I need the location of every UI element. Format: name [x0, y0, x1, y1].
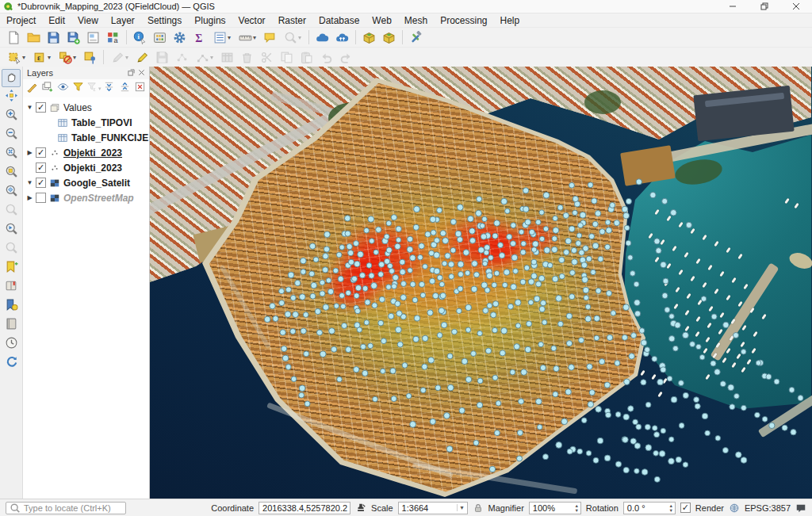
menu-processing[interactable]: Processing	[434, 13, 493, 27]
close-button[interactable]	[780, 0, 812, 13]
cloud-button[interactable]	[312, 29, 332, 47]
layer-visibility-checkbox[interactable]: ✓	[36, 162, 46, 173]
render-checkbox[interactable]: ✓	[680, 503, 691, 513]
close-panel-button[interactable]	[138, 68, 145, 78]
menu-layer[interactable]: Layer	[105, 13, 141, 27]
project-save-button[interactable]	[44, 29, 63, 47]
menu-project[interactable]: Project	[0, 13, 42, 27]
layer-visibility-checkbox[interactable]: ✓	[36, 102, 46, 113]
layout-manager-button[interactable]	[83, 29, 103, 47]
spinner-arrows-icon[interactable]: ▲▼	[574, 503, 578, 514]
layer-item-objekti_2023[interactable]: ✓Objekti_2023	[23, 160, 149, 175]
menu-web[interactable]: Web	[366, 13, 397, 27]
message-bubble-icon[interactable]	[795, 503, 806, 514]
chevron-right-icon[interactable]: ▶	[25, 149, 34, 156]
add-group-button[interactable]	[40, 81, 56, 96]
globe-icon[interactable]	[729, 503, 740, 514]
qfieldcloud-sync-button[interactable]	[332, 29, 352, 47]
menu-database[interactable]: Database	[312, 13, 366, 27]
extents-toggle-icon[interactable]	[355, 503, 366, 514]
point-feature	[686, 222, 691, 227]
brush-icon	[26, 81, 38, 96]
restore-button[interactable]	[749, 0, 780, 13]
point-feature	[527, 321, 532, 327]
coordinate-input[interactable]: 2016338.4,5257820.2	[259, 502, 350, 514]
map-canvas[interactable]	[150, 67, 812, 499]
select-by-location-button[interactable]	[80, 48, 100, 67]
select-features-button[interactable]	[4, 48, 29, 67]
zoom-to-selection-button[interactable]	[2, 164, 21, 182]
new-bookmark-button[interactable]	[2, 259, 21, 277]
temporal-controller-button[interactable]	[2, 335, 21, 354]
zoom-next-button[interactable]	[2, 221, 21, 239]
open-attribute-table-button[interactable]	[150, 29, 170, 47]
point-feature	[614, 220, 619, 226]
point-feature	[511, 284, 517, 290]
processing-toolbox-button[interactable]	[170, 29, 190, 47]
layer-visibility-checkbox[interactable]	[36, 193, 46, 203]
menu-edit[interactable]: Edit	[42, 13, 71, 27]
chevron-down-icon[interactable]: ▼	[25, 104, 34, 111]
zoom-in-button[interactable]	[2, 107, 21, 125]
select-by-expression-button[interactable]: ε	[29, 48, 55, 67]
menu-plugins[interactable]: Plugins	[188, 13, 232, 27]
lock-icon[interactable]	[473, 503, 484, 514]
install-plugin-button[interactable]	[379, 29, 399, 47]
statistical-summary-button[interactable]: Σ	[190, 29, 209, 47]
collapse-all-button[interactable]	[117, 81, 132, 96]
layer-item-table_tipovi[interactable]: Table_TIPOVI	[23, 115, 149, 130]
options-toolbox-button[interactable]	[406, 29, 426, 47]
show-bookmark-panel-button[interactable]	[2, 316, 21, 334]
crs-indicator[interactable]: EPSG:3857	[745, 503, 791, 513]
menu-mesh[interactable]: Mesh	[398, 13, 434, 27]
rotation-spinbox[interactable]: 0.0 °▲▼	[623, 502, 676, 514]
toggle-editing-button[interactable]	[132, 48, 152, 67]
layer-visibility-checkbox[interactable]: ✓	[36, 147, 46, 158]
layer-item-table_funkcije[interactable]: Table_FUNKCIJE	[23, 130, 149, 145]
open-layer-styling-button[interactable]	[25, 81, 40, 96]
layer-visibility-checkbox[interactable]: ✓	[36, 178, 46, 188]
style-manager-button[interactable]: a	[103, 29, 123, 47]
locator-search-input[interactable]: Type to locate (Ctrl+K)	[6, 502, 126, 514]
open-layer-list-button[interactable]	[209, 29, 235, 47]
menu-raster[interactable]: Raster	[272, 13, 312, 27]
pan-to-selection-button[interactable]	[2, 88, 21, 106]
scale-combobox[interactable]: 1:3664▾	[398, 502, 468, 514]
identify-features-button[interactable]: i	[130, 29, 150, 47]
deselect-features-button[interactable]	[55, 48, 80, 67]
magnifier-spinbox[interactable]: 100%▲▼	[529, 502, 581, 514]
pan-map-button[interactable]	[2, 69, 21, 87]
chevron-right-icon[interactable]: ▶	[25, 194, 34, 201]
minimize-button[interactable]	[717, 0, 749, 13]
chevron-down-icon[interactable]: ▼	[25, 179, 34, 186]
bookmark-manager-button[interactable]	[2, 297, 21, 315]
float-panel-button[interactable]	[128, 68, 135, 78]
point-feature	[323, 254, 328, 259]
menu-settings[interactable]: Settings	[141, 13, 188, 27]
layer-item-objekti_2023[interactable]: ▶✓Objekti_2023	[23, 145, 149, 160]
manage-plugins-button[interactable]	[359, 29, 379, 47]
project-new-button[interactable]	[4, 29, 24, 47]
spinner-arrows-icon[interactable]: ▲▼	[668, 503, 672, 514]
layer-item-google_satelit[interactable]: ▼✓Google_Satelit	[23, 175, 149, 190]
menu-help[interactable]: Help	[494, 13, 527, 27]
point-feature	[539, 236, 544, 241]
zoom-out-button[interactable]	[2, 126, 21, 144]
manage-map-themes-button[interactable]	[56, 81, 71, 96]
point-feature	[291, 376, 297, 382]
layer-item-openstreetmap[interactable]: ▶OpenStreetMap	[23, 190, 149, 205]
measure-button[interactable]	[235, 29, 260, 47]
zoom-full-button[interactable]	[2, 145, 21, 163]
zoom-to-layer-button[interactable]	[2, 183, 21, 201]
project-save-as-button[interactable]	[63, 29, 83, 47]
layer-item-values[interactable]: ▼✓Values	[23, 100, 149, 115]
filter-legend-button[interactable]	[71, 81, 86, 96]
expand-all-button[interactable]	[102, 81, 117, 96]
refresh-map-button[interactable]	[2, 354, 21, 373]
menu-view[interactable]: View	[71, 13, 105, 27]
show-bookmarks-button[interactable]	[2, 278, 21, 296]
map-tips-button[interactable]	[260, 29, 280, 47]
remove-layer-button[interactable]	[133, 81, 148, 96]
project-open-button[interactable]	[24, 29, 44, 47]
menu-vector[interactable]: Vector	[232, 13, 272, 27]
